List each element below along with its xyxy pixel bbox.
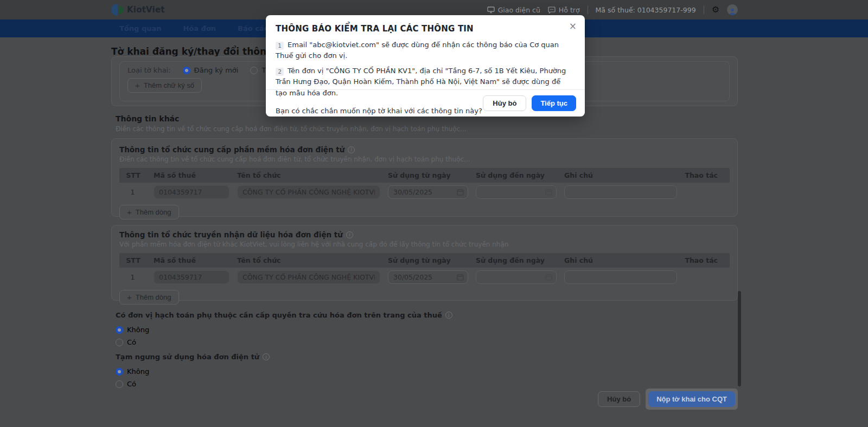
- support-link[interactable]: Hỗ trợ: [548, 6, 580, 14]
- from-date-input[interactable]: [388, 185, 468, 199]
- add-row-button[interactable]: + Thêm dòng: [119, 205, 179, 219]
- nav-item-tong-quan[interactable]: Tổng quan: [119, 24, 161, 33]
- cell-stt: 1: [119, 273, 154, 281]
- modal-continue-button[interactable]: Tiếp tục: [532, 95, 576, 111]
- other-info-subtitle: Điền các thông tin về tổ chức cung cấp h…: [116, 125, 734, 133]
- tax-code-input: [154, 185, 229, 199]
- chat-icon: [548, 7, 556, 14]
- old-ui-label: Giao diện cũ: [498, 6, 540, 14]
- calendar-icon[interactable]: [545, 274, 552, 281]
- radio-unselected-icon: [116, 339, 123, 346]
- transmission-section: Thông tin tổ chức truyền nhận dữ liệu hó…: [111, 225, 738, 301]
- transmission-table: STT Mã số thuế Tên tổ chức Sử dụng từ ng…: [119, 253, 730, 286]
- suspend-question-label: Tạm ngưng sử dụng hóa đơn điện tử: [116, 353, 259, 361]
- radio-selected-icon: [116, 368, 123, 376]
- tax-code-input: [154, 270, 229, 284]
- modal-title: THÔNG BÁO KIỂM TRA LẠI CÁC THÔNG TIN: [276, 24, 474, 34]
- kiotviet-logo: KiotViet: [111, 4, 165, 16]
- nav-item-hoa-don[interactable]: Hóa đơn: [183, 24, 216, 33]
- col-stt: STT: [119, 256, 154, 264]
- header-divider: [588, 5, 588, 14]
- header-divider: [704, 5, 704, 14]
- add-signature-button[interactable]: + Thêm chữ ký số: [127, 78, 202, 93]
- radio-option-label: Không: [127, 326, 149, 334]
- nav-item-bao-cao[interactable]: Báo cáo: [238, 24, 269, 33]
- to-date-input[interactable]: [476, 270, 557, 284]
- radio-selected-icon: [116, 326, 123, 334]
- page-cancel-button[interactable]: Hủy bỏ: [598, 391, 640, 407]
- col-to-date: Sử dụng đến ngày: [476, 256, 564, 264]
- note-input[interactable]: [564, 185, 677, 199]
- radio-option-label: Đăng ký mới: [194, 66, 239, 74]
- provider-table: STT Mã số thuế Tên tổ chức Sử dụng từ ng…: [119, 168, 730, 201]
- vertical-scrollbar[interactable]: [738, 291, 741, 386]
- close-icon[interactable]: ×: [569, 22, 577, 31]
- note-input[interactable]: [564, 270, 677, 284]
- org-name-input: [237, 270, 380, 284]
- radio-option-label: Có: [127, 338, 136, 346]
- info-icon: i: [346, 231, 353, 238]
- calendar-icon[interactable]: [545, 189, 552, 196]
- suspend-question: Tạm ngưng sử dụng hóa đơn điện tử i Khôn…: [116, 353, 270, 388]
- radio-unselected-icon: [116, 380, 123, 388]
- info-icon: i: [348, 146, 355, 153]
- add-row-button[interactable]: + Thêm dòng: [119, 290, 179, 305]
- transmission-subtitle: Với phần mềm hóa đơn điện tử khác KiotVi…: [119, 241, 730, 248]
- calendar-icon[interactable]: [457, 274, 464, 281]
- col-stt: STT: [119, 171, 154, 179]
- modal-cancel-button[interactable]: Hủy bỏ: [483, 95, 526, 111]
- plus-icon: +: [135, 81, 140, 89]
- plus-icon: +: [127, 293, 132, 301]
- confirmation-modal: THÔNG BÁO KIỂM TRA LẠI CÁC THÔNG TIN × 1…: [266, 15, 585, 117]
- radio-dependent-khong[interactable]: Không: [116, 326, 452, 334]
- col-to-date: Sử dụng đến ngày: [476, 171, 564, 179]
- item-number-badge: 1: [276, 42, 284, 50]
- old-ui-link[interactable]: Giao diện cũ: [487, 6, 540, 14]
- radio-suspend-khong[interactable]: Không: [116, 367, 270, 376]
- provider-title: Thông tin tổ chức cung cấp phần mềm hóa …: [119, 145, 344, 154]
- to-date-input[interactable]: [476, 185, 557, 199]
- provider-section: Thông tin tổ chức cung cấp phần mềm hóa …: [111, 138, 738, 217]
- radio-dependent-co[interactable]: Có: [116, 338, 452, 346]
- cell-stt: 1: [119, 188, 154, 196]
- add-row-label: Thêm dòng: [136, 293, 171, 301]
- col-org-name: Tên tổ chức: [237, 171, 388, 179]
- col-actions: Thao tác: [685, 171, 730, 179]
- radio-selected-icon: [183, 67, 190, 74]
- plus-icon: +: [127, 208, 132, 216]
- table-row: 1: [119, 268, 730, 286]
- modal-item-1: 1Email "abc@kiotviet.com" sẽ được dùng đ…: [276, 40, 573, 61]
- page-actions: Hủy bỏ Nộp tờ khai cho CQT: [111, 389, 738, 410]
- col-tax-code: Mã số thuế: [154, 256, 237, 264]
- radio-suspend-co[interactable]: Có: [116, 380, 270, 388]
- calendar-icon[interactable]: [457, 189, 464, 196]
- col-from-date: Sử dụng từ ngày: [388, 171, 476, 179]
- radio-option-label: Có: [127, 380, 136, 388]
- radio-unselected-icon: [250, 67, 258, 74]
- declaration-type-label: Loại tờ khai:: [127, 66, 171, 74]
- info-icon: i: [445, 312, 452, 319]
- col-note: Ghi chú: [564, 256, 685, 264]
- item-number-badge: 2: [276, 68, 284, 76]
- table-header-row: STT Mã số thuế Tên tổ chức Sử dụng từ ng…: [119, 168, 730, 183]
- brand-name: KiotViet: [127, 5, 165, 15]
- col-actions: Thao tác: [685, 256, 730, 264]
- avatar[interactable]: [727, 4, 738, 15]
- radio-option-label: Không: [127, 367, 149, 376]
- col-org-name: Tên tổ chức: [237, 256, 388, 264]
- add-signature-label: Thêm chữ ký số: [144, 81, 194, 89]
- submit-declaration-button[interactable]: Nộp tờ khai cho CQT: [648, 391, 735, 407]
- monitor-icon: [487, 7, 495, 14]
- col-from-date: Sử dụng từ ngày: [388, 256, 476, 264]
- col-tax-code: Mã số thuế: [154, 171, 237, 179]
- add-row-label: Thêm dòng: [136, 208, 171, 216]
- from-date-input[interactable]: [388, 270, 468, 284]
- radio-dang-ky-moi[interactable]: Đăng ký mới: [183, 66, 239, 74]
- modal-item-text: Email "abc@kiotviet.com" sẽ được dùng để…: [276, 41, 559, 60]
- org-name-input: [237, 185, 380, 199]
- gear-icon[interactable]: ⚙: [712, 5, 719, 14]
- transmission-title: Thông tin tổ chức truyền nhận dữ liệu hó…: [119, 230, 343, 239]
- info-icon: i: [263, 353, 270, 360]
- provider-subtitle: Điền các thông tin về tổ chức cung cấp h…: [119, 156, 730, 163]
- table-row: 1: [119, 183, 730, 201]
